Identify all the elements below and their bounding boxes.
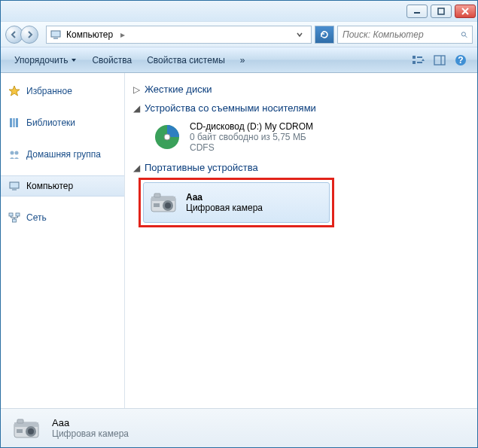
address-bar[interactable]: Компьютер ▸ bbox=[46, 26, 312, 44]
homegroup-icon bbox=[8, 148, 20, 160]
status-name: Aaa bbox=[52, 417, 129, 428]
explorer-window: Компьютер ▸ Упорядочить Свойства Свойств… bbox=[0, 0, 478, 448]
sidebar-label: Компьютер bbox=[26, 181, 73, 191]
body: Избранное Библиотеки Домашняя группа Ком… bbox=[1, 73, 477, 408]
close-icon bbox=[461, 8, 469, 15]
svg-rect-33 bbox=[154, 203, 160, 207]
svg-rect-21 bbox=[10, 182, 19, 188]
svg-point-31 bbox=[165, 203, 171, 209]
device-cd-drive[interactable]: CD-дисковод (D:) My CDROM 0 байт свободн… bbox=[132, 117, 470, 157]
caret-down-icon: ◢ bbox=[132, 163, 140, 173]
svg-rect-1 bbox=[438, 8, 444, 14]
sidebar-label: Домашняя группа bbox=[26, 149, 101, 160]
sidebar-label: Библиотеки bbox=[26, 117, 75, 128]
device-fs: CDFS bbox=[190, 142, 313, 153]
svg-point-19 bbox=[11, 151, 14, 155]
device-free: 0 байт свободно из 5,75 МБ bbox=[190, 132, 313, 142]
device-type: Цифровая камера bbox=[186, 203, 263, 213]
search-icon bbox=[461, 29, 467, 40]
system-properties-button[interactable]: Свойства системы bbox=[141, 52, 231, 69]
svg-rect-16 bbox=[10, 118, 12, 127]
sidebar-label: Сеть bbox=[26, 212, 47, 223]
svg-rect-38 bbox=[17, 419, 23, 423]
svg-point-27 bbox=[164, 134, 170, 140]
svg-rect-12 bbox=[434, 56, 445, 65]
view-mode-button[interactable] bbox=[409, 52, 428, 69]
nav-row: Компьютер ▸ bbox=[1, 22, 477, 47]
sidebar-item-homegroup[interactable]: Домашняя группа bbox=[1, 144, 124, 165]
sidebar-item-network[interactable]: Сеть bbox=[1, 207, 124, 228]
refresh-button[interactable] bbox=[315, 26, 334, 44]
breadcrumb-chevron-icon[interactable]: ▸ bbox=[117, 29, 128, 40]
toolbar-overflow-button[interactable]: » bbox=[234, 52, 251, 69]
chevron-down-icon bbox=[71, 57, 77, 63]
sidebar-item-favorites[interactable]: Избранное bbox=[1, 81, 124, 102]
group-label: Устройства со съемными носителями bbox=[145, 102, 316, 114]
sidebar-item-computer[interactable]: Компьютер bbox=[1, 175, 124, 197]
group-portable[interactable]: ◢ Портативные устройства bbox=[132, 157, 470, 176]
search-box[interactable] bbox=[337, 26, 473, 44]
address-dropdown-button[interactable] bbox=[291, 26, 308, 43]
libraries-icon bbox=[8, 117, 20, 129]
nav-arrows bbox=[5, 24, 43, 45]
maximize-icon bbox=[437, 8, 445, 15]
sidebar-item-libraries[interactable]: Библиотеки bbox=[1, 112, 124, 133]
group-label: Портативные устройства bbox=[145, 162, 258, 173]
svg-rect-18 bbox=[16, 118, 18, 127]
caret-down-icon: ◢ bbox=[132, 103, 140, 114]
svg-rect-25 bbox=[13, 219, 17, 222]
preview-pane-button[interactable] bbox=[431, 52, 449, 69]
group-removable[interactable]: ◢ Устройства со съемными носителями bbox=[132, 98, 470, 117]
help-button[interactable]: ? bbox=[452, 52, 470, 69]
svg-rect-17 bbox=[13, 118, 15, 127]
chevron-down-icon bbox=[297, 32, 303, 38]
device-camera[interactable]: Aaa Цифровая камера bbox=[143, 182, 330, 223]
minimize-button[interactable] bbox=[406, 5, 428, 18]
group-hard-disks[interactable]: ▷ Жесткие диски bbox=[132, 79, 470, 98]
content: ▷ Жесткие диски ◢ Устройства со съемными… bbox=[125, 73, 477, 408]
breadcrumb-computer[interactable]: Компьютер bbox=[66, 29, 113, 40]
svg-rect-5 bbox=[53, 38, 58, 39]
computer-icon bbox=[8, 180, 20, 192]
refresh-icon bbox=[319, 29, 330, 40]
highlight-box: Aaa Цифровая камера bbox=[139, 178, 334, 227]
svg-line-7 bbox=[465, 35, 467, 38]
maximize-button[interactable] bbox=[431, 5, 452, 18]
svg-point-37 bbox=[28, 428, 34, 434]
computer-icon bbox=[50, 29, 62, 41]
svg-rect-4 bbox=[51, 31, 60, 37]
forward-button[interactable] bbox=[20, 26, 38, 44]
forward-icon bbox=[26, 31, 33, 38]
organize-button[interactable]: Упорядочить bbox=[8, 52, 83, 69]
svg-rect-32 bbox=[154, 194, 160, 197]
close-button[interactable] bbox=[455, 5, 476, 18]
star-icon bbox=[8, 85, 20, 97]
device-name: CD-дисковод (D:) My CDROM bbox=[190, 121, 313, 132]
status-text: Aaa Цифровая камера bbox=[52, 417, 129, 439]
caret-right-icon: ▷ bbox=[132, 84, 140, 95]
organize-label: Упорядочить bbox=[14, 55, 68, 66]
device-text: Aaa Цифровая камера bbox=[186, 192, 263, 213]
svg-point-6 bbox=[461, 32, 465, 35]
svg-rect-24 bbox=[16, 213, 20, 216]
device-name: Aaa bbox=[186, 192, 263, 203]
help-icon: ? bbox=[455, 54, 467, 66]
titlebar bbox=[1, 1, 477, 22]
search-input[interactable] bbox=[343, 29, 456, 40]
properties-button[interactable]: Свойства bbox=[86, 52, 138, 69]
svg-rect-39 bbox=[17, 429, 23, 433]
toolbar: Упорядочить Свойства Свойства системы » … bbox=[1, 47, 477, 73]
svg-rect-9 bbox=[413, 61, 416, 64]
network-icon bbox=[8, 212, 20, 224]
svg-point-20 bbox=[15, 151, 19, 155]
device-text: CD-дисковод (D:) My CDROM 0 байт свободн… bbox=[190, 121, 313, 153]
svg-text:?: ? bbox=[458, 55, 463, 66]
view-mode-icon bbox=[412, 55, 425, 66]
group-label: Жесткие диски bbox=[145, 84, 212, 95]
svg-rect-23 bbox=[9, 213, 13, 216]
sidebar: Избранное Библиотеки Домашняя группа Ком… bbox=[1, 73, 125, 408]
svg-rect-22 bbox=[12, 189, 17, 190]
camera-icon bbox=[11, 413, 41, 443]
back-icon bbox=[11, 31, 18, 38]
sidebar-label: Избранное bbox=[26, 86, 72, 96]
